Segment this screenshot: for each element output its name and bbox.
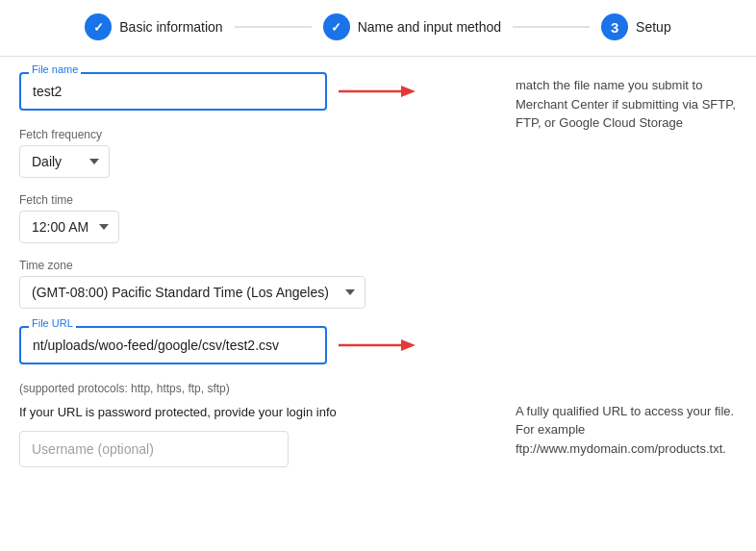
step-basic-info-circle: ✓	[85, 13, 112, 40]
step-basic-info: ✓ Basic information	[85, 13, 222, 40]
step-name-input-label: Name and input method	[358, 19, 501, 35]
right-note-file-url: A fully qualified URL to access your fil…	[516, 402, 737, 459]
right-panel: match the file name you submit to Mercha…	[516, 72, 737, 477]
step-setup-number: 3	[611, 19, 618, 36]
step-connector-1	[235, 26, 312, 28]
svg-marker-1	[401, 86, 416, 97]
step-basic-info-label: Basic information	[119, 19, 222, 35]
username-field	[19, 431, 496, 467]
file-url-input[interactable]	[19, 326, 327, 364]
file-name-floating-label: File name	[29, 63, 81, 75]
timezone-label: Time zone	[19, 259, 496, 272]
username-input[interactable]	[19, 431, 289, 467]
file-url-field: File URL	[19, 326, 327, 364]
arrow-indicator-2	[339, 334, 416, 357]
arrow-indicator-1	[339, 80, 416, 103]
password-note: If your URL is password protected, provi…	[19, 405, 496, 419]
supported-protocols: (supported protocols: http, https, ftp, …	[19, 382, 496, 395]
fetch-time-label: Fetch time	[19, 193, 496, 207]
fetch-frequency-label: Fetch frequency	[19, 128, 496, 141]
timezone-group: Time zone (GMT-08:00) Pacific Standard T…	[19, 259, 496, 309]
file-url-floating-label: File URL	[29, 317, 76, 329]
step-name-input: ✓ Name and input method	[323, 13, 501, 40]
step-setup: 3 Setup	[601, 13, 671, 40]
right-note-file-name: match the file name you submit to Mercha…	[516, 76, 737, 133]
fetch-time-group: Fetch time 12:00 AM 1:00 AM 2:00 AM	[19, 193, 496, 243]
main-content: File name Fetch frequency Daily Weekly M…	[0, 57, 756, 492]
step-connector-2	[513, 26, 590, 28]
fetch-time-select[interactable]: 12:00 AM 1:00 AM 2:00 AM	[19, 211, 119, 243]
fetch-frequency-group: Fetch frequency Daily Weekly Monthly	[19, 128, 496, 178]
checkmark-icon-2: ✓	[331, 20, 341, 35]
checkmark-icon: ✓	[93, 20, 104, 35]
fetch-frequency-select[interactable]: Daily Weekly Monthly	[19, 145, 110, 178]
file-name-row: File name	[19, 72, 496, 111]
file-name-field: File name	[19, 72, 327, 111]
timezone-select[interactable]: (GMT-08:00) Pacific Standard Time (Los A…	[19, 276, 365, 309]
svg-marker-3	[401, 339, 416, 351]
left-panel: File name Fetch frequency Daily Weekly M…	[19, 72, 496, 477]
step-setup-circle: 3	[601, 13, 628, 40]
stepper: ✓ Basic information ✓ Name and input met…	[0, 0, 756, 57]
step-setup-label: Setup	[636, 19, 671, 35]
file-name-input[interactable]	[19, 72, 327, 111]
file-url-row: File URL	[19, 326, 496, 364]
step-name-input-circle: ✓	[323, 13, 350, 40]
